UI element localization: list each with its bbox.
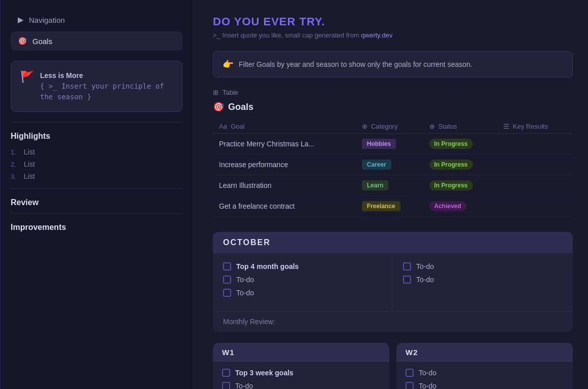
quote-title: Less is More [40, 71, 83, 80]
cell-keyresults [497, 154, 573, 175]
main-content: DO YOU EVER TRY. >_ Insert quote you lik… [193, 0, 588, 389]
highlight-3: 3. List [11, 170, 182, 182]
rp-nav-goals[interactable]: 🎯 Goals [11, 31, 182, 51]
play-icon: ▶ [18, 15, 24, 24]
table-grid-icon: ⊞ [213, 89, 218, 96]
rp-nav-goals-label: Goals [32, 37, 52, 46]
october-col2-cb2[interactable] [403, 276, 411, 284]
table-row: Increase performance Career In Progress [213, 154, 573, 175]
divider-1 [11, 122, 182, 123]
goals-table: Aa Goal ⊕ Category ⊕ Status ☰ Key Result… [213, 120, 573, 217]
w2-section: W2 To-do To-do To-do [396, 343, 573, 389]
october-col1-item1: To-do [223, 276, 382, 284]
flag-icon: 🚩 [20, 70, 34, 84]
rp-nav-navigation-label: Navigation [29, 16, 65, 24]
october-body: Top 4 month goals To-do To-do To-do [213, 253, 573, 311]
cell-keyresults [497, 134, 573, 154]
cell-goal: Increase performance [213, 154, 356, 175]
right-panel: ▶ Navigation 🎯 Goals 🚩 Less is More { >_… [0, 0, 193, 389]
october-col1-cb1[interactable] [223, 276, 231, 284]
cell-category: Hobbies [356, 134, 423, 154]
goals-emoji: 🎯 [213, 101, 224, 112]
w1-header: W1 [213, 343, 389, 362]
october-header: OCTOBER [213, 232, 573, 253]
table-row: Learn Illustration Learn In Progress [213, 175, 573, 196]
rp-nav-navigation[interactable]: ▶ Navigation [11, 10, 182, 29]
divider-2 [11, 188, 182, 189]
highlight-1: 1. List [11, 146, 182, 158]
cell-category: Learn [356, 175, 423, 196]
highlights-title: Highlights [11, 129, 182, 141]
col-keyresults: ☰ Key Results [497, 120, 573, 134]
cell-goal: Learn Illustration [213, 175, 356, 196]
subtitle-link[interactable]: qwerty.dev [361, 31, 392, 39]
subtitle: >_ Insert quote you like, small cap gene… [213, 31, 573, 39]
divider-3 [11, 213, 182, 214]
w2-cb2[interactable] [406, 382, 414, 389]
cell-goal: Get a freelance contract [213, 196, 356, 217]
w1-title: Top 3 week goals [222, 369, 380, 377]
october-col2-item1: To-do [403, 262, 563, 270]
october-review: Monthly Review: [213, 311, 573, 332]
cell-status: In Progress [423, 175, 497, 196]
cell-keyresults [497, 175, 573, 196]
cell-status: In Progress [423, 134, 497, 154]
october-col2: To-do To-do [393, 253, 573, 311]
cell-keyresults [497, 196, 573, 217]
october-col1: Top 4 month goals To-do To-do [213, 253, 393, 311]
october-section: OCTOBER Top 4 month goals To-do To-do [213, 232, 573, 332]
table-row: Get a freelance contract Freelance Achie… [213, 196, 573, 217]
page-title: DO YOU EVER TRY. [213, 15, 573, 28]
w2-item1: To-do [406, 369, 564, 377]
col-goal: Aa Goal [213, 120, 356, 134]
goals-table-title: 🎯 Goals [213, 101, 573, 112]
w1-body: Top 3 week goals To-do To-do [213, 362, 389, 389]
filter-bar: 👉 Filter Goals by year and season to sho… [213, 51, 573, 77]
quote-box: 🚩 Less is More { >_ Insert your principl… [11, 61, 182, 112]
w2-header: W2 [396, 343, 573, 362]
october-checkbox-title[interactable] [223, 262, 231, 270]
w1-cb1[interactable] [222, 382, 230, 389]
cell-category: Career [356, 154, 423, 175]
w1-cb-title[interactable] [222, 369, 230, 377]
w2-item2: To-do [406, 382, 564, 389]
october-col2-item2: To-do [403, 276, 563, 284]
review-title: Review [11, 195, 182, 207]
improvements-title: Improvements [11, 220, 182, 232]
cell-category: Freelance [356, 196, 423, 217]
cell-status: In Progress [423, 154, 497, 175]
highlight-2: 2. List [11, 158, 182, 170]
october-col1-cb2[interactable] [223, 289, 231, 297]
table-row: Practice Merry Christmas La... Hobbies I… [213, 134, 573, 154]
table-label: Table [223, 89, 238, 96]
col-status: ⊕ Status [423, 120, 497, 134]
goals-icon-nav: 🎯 [18, 36, 27, 46]
filter-icon: 👉 [223, 59, 234, 70]
cell-status: Achieved [423, 196, 497, 217]
col-category: ⊕ Category [356, 120, 423, 134]
october-col1-item2: To-do [223, 289, 382, 297]
w1-section: W1 Top 3 week goals To-do To-do [213, 343, 389, 389]
filter-text: Filter Goals by year and season to show … [239, 60, 472, 68]
subtitle-prefix: >_ Insert quote you like, small cap gene… [213, 31, 361, 39]
w2-cb1[interactable] [406, 369, 414, 377]
quote-mono: { >_ Insert your principle of the season… [40, 82, 164, 101]
page-title-prefix: DO YOU EVER [213, 15, 300, 28]
page-title-accent: TRY. [300, 15, 325, 28]
cell-goal: Practice Merry Christmas La... [213, 134, 356, 154]
week-row: W1 Top 3 week goals To-do To-do W2 [213, 343, 573, 389]
w1-item1: To-do [222, 382, 380, 389]
table-section-label: ⊞ Table [213, 89, 573, 96]
goals-label: Goals [228, 102, 253, 112]
october-col1-title: Top 4 month goals [223, 262, 382, 270]
october-col2-cb1[interactable] [403, 262, 411, 270]
w2-body: To-do To-do To-do [396, 362, 573, 389]
